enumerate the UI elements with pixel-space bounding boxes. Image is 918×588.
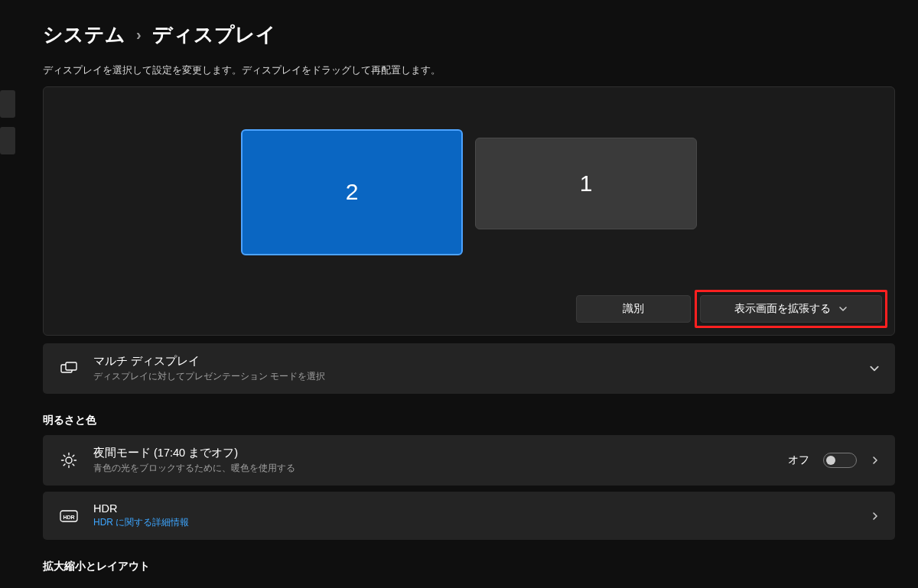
multi-display-sub: ディスプレイに対してプレゼンテーション モードを選択 xyxy=(93,370,855,383)
chevron-right-icon xyxy=(871,511,880,521)
hdr-row[interactable]: HDR HDR HDR に関する詳細情報 xyxy=(43,492,895,540)
svg-line-7 xyxy=(63,455,65,456)
svg-rect-1 xyxy=(66,362,76,370)
identify-button-label: 識別 xyxy=(623,302,644,316)
multi-display-icon xyxy=(58,362,80,375)
hdr-title: HDR xyxy=(93,502,857,515)
monitor-label: 2 xyxy=(346,179,359,205)
monitor-label: 1 xyxy=(580,171,593,197)
page-subtitle: ディスプレイを選択して設定を変更します。ディスプレイをドラッグして再配置します。 xyxy=(43,63,895,77)
hdr-link[interactable]: HDR に関する詳細情報 xyxy=(93,516,857,529)
breadcrumb-current: ディスプレイ xyxy=(152,21,276,48)
display-arrangement-area[interactable]: 2 1 xyxy=(44,87,894,286)
svg-point-2 xyxy=(66,457,72,463)
breadcrumb: システム › ディスプレイ xyxy=(43,21,895,48)
settings-display-page: システム › ディスプレイ ディスプレイを選択して設定を変更します。ディスプレイ… xyxy=(9,21,918,573)
night-light-row[interactable]: 夜間モード (17:40 までオフ) 青色の光をブロックするために、暖色を使用す… xyxy=(43,435,895,486)
night-light-state: オフ xyxy=(788,453,809,467)
svg-text:HDR: HDR xyxy=(63,514,74,519)
chevron-down-icon xyxy=(838,304,848,313)
night-light-toggle[interactable] xyxy=(823,453,857,468)
section-brightness-color: 明るさと色 xyxy=(43,414,895,427)
night-light-title: 夜間モード (17:40 までオフ) xyxy=(93,446,774,460)
hdr-icon: HDR xyxy=(58,510,80,522)
breadcrumb-parent[interactable]: システム xyxy=(43,21,125,48)
display-monitor-2[interactable]: 2 xyxy=(241,129,463,255)
svg-line-8 xyxy=(73,464,74,466)
night-light-icon xyxy=(58,452,80,469)
display-arrangement-card: 2 1 識別 表示画面を拡張する xyxy=(43,86,895,336)
night-light-sub: 青色の光をブロックするために、暖色を使用する xyxy=(93,462,774,475)
svg-line-10 xyxy=(63,464,65,466)
display-arrangement-actions: 識別 表示画面を拡張する xyxy=(44,286,894,335)
extend-display-label: 表示画面を拡張する xyxy=(734,302,831,316)
svg-line-9 xyxy=(73,455,74,456)
extend-display-dropdown[interactable]: 表示画面を拡張する xyxy=(700,295,882,323)
section-scale-layout: 拡大縮小とレイアウト xyxy=(43,560,895,573)
chevron-down-icon xyxy=(869,363,880,374)
multi-display-title: マルチ ディスプレイ xyxy=(93,354,855,369)
chevron-right-icon xyxy=(871,455,880,466)
chevron-right-icon: › xyxy=(136,26,142,44)
display-monitor-1[interactable]: 1 xyxy=(475,138,697,229)
window-scroll-stub xyxy=(0,127,15,154)
multi-display-row[interactable]: マルチ ディスプレイ ディスプレイに対してプレゼンテーション モードを選択 xyxy=(43,343,895,394)
window-scroll-stub xyxy=(0,90,15,118)
identify-button[interactable]: 識別 xyxy=(576,295,691,323)
